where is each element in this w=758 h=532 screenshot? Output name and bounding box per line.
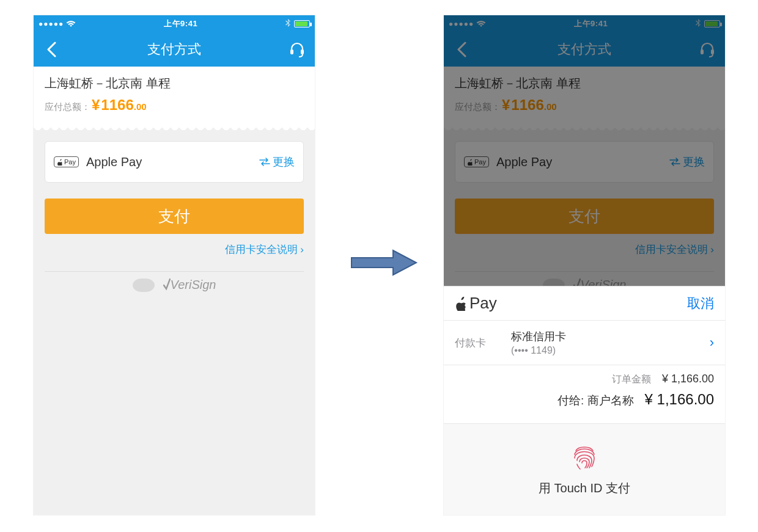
card-mask: (•••• 1149)	[511, 345, 710, 356]
divider	[45, 271, 304, 272]
merchant-name: 商户名称	[587, 394, 634, 407]
bluetooth-icon	[285, 19, 290, 29]
amount-summary: 订单金额 ¥ 1,166.00 付给: 商户名称 ¥ 1,166.00	[444, 365, 725, 424]
apple-pay-sheet: Pay 取消 付款卡 标准信用卡 (•••• 1149) › 订单金额 ¥ 1,…	[444, 286, 725, 515]
amount-currency: ¥	[92, 97, 100, 114]
payment-method-card[interactable]: Pay Apple Pay 更换	[45, 141, 304, 183]
signal-dots-icon: ●●●●●	[39, 20, 64, 28]
cancel-button[interactable]: 取消	[687, 294, 714, 313]
apple-pay-badge-icon: Pay	[54, 156, 79, 167]
card-label: 付款卡	[455, 336, 511, 350]
ticket-edge	[34, 124, 315, 130]
touchid-prompt[interactable]: 用 Touch ID 支付	[444, 424, 725, 515]
amount-label: 应付总额：	[45, 101, 90, 113]
svg-rect-1	[301, 49, 304, 54]
security-info-link[interactable]: 信用卡安全说明›	[45, 242, 304, 257]
phone-screen-before: ●●●●● 上午9:41 支付方式 上海虹桥－北京南	[34, 15, 315, 515]
trust-badges: VeriSign	[45, 278, 304, 292]
pay-button[interactable]: 支付	[45, 199, 304, 234]
amount-dec: .00	[134, 101, 147, 112]
total-amount-value: ¥ 1,166.00	[645, 391, 714, 408]
modal-overlay[interactable]	[444, 15, 725, 302]
status-bar: ●●●●● 上午9:41	[34, 15, 315, 32]
battery-icon	[294, 20, 310, 27]
trip-summary: 上海虹桥－北京南 单程 应付总额： ¥ 1166 .00	[34, 67, 315, 125]
card-name: 标准信用卡	[511, 329, 710, 344]
pay-to-label: 付给:	[557, 394, 584, 407]
verisign-label: VeriSign	[163, 278, 216, 292]
apple-pay-logo: Pay	[455, 294, 497, 313]
nav-bar: 支付方式	[34, 32, 315, 67]
touchid-label: 用 Touch ID 支付	[444, 480, 725, 497]
amount-int: 1166	[101, 97, 133, 114]
status-time: 上午9:41	[164, 18, 197, 29]
payment-method-name: Apple Pay	[86, 155, 142, 169]
back-icon[interactable]	[42, 42, 61, 57]
fingerprint-icon	[568, 440, 600, 474]
payment-card-row[interactable]: 付款卡 标准信用卡 (•••• 1149) ›	[444, 321, 725, 365]
order-amount-value: ¥ 1,166.00	[662, 373, 714, 385]
support-icon[interactable]	[288, 42, 306, 57]
swap-icon	[259, 157, 270, 167]
svg-rect-0	[290, 49, 293, 54]
seal-icon	[133, 279, 155, 292]
flow-arrow-icon	[348, 244, 422, 281]
chevron-right-icon: ›	[300, 244, 304, 255]
order-amount-label: 订单金额	[612, 373, 651, 386]
phone-screen-after: ●●●●● 上午9:41 支付方式 上海虹桥－北京南 单	[444, 15, 725, 515]
page-title: 支付方式	[147, 40, 201, 59]
trip-route: 上海虹桥－北京南 单程	[45, 75, 304, 92]
wifi-icon	[66, 20, 76, 27]
change-method-button[interactable]: 更换	[259, 155, 295, 169]
chevron-right-icon: ›	[710, 335, 714, 351]
